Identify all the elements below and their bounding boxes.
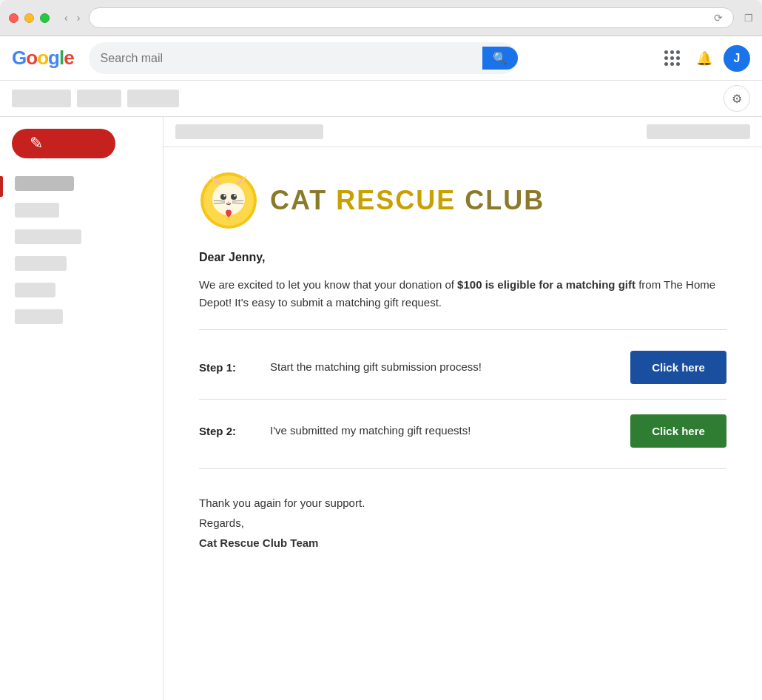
url-bar-container: ⟳: [89, 7, 734, 28]
logo-g2: g: [48, 47, 59, 69]
logo-area: Cat Rescue Club: [199, 171, 726, 230]
svg-point-7: [220, 194, 226, 200]
browser-titlebar: ‹ › ⟳ ❐: [9, 7, 753, 28]
browser-chrome: ‹ › ⟳ ❐: [0, 0, 762, 36]
step-2-text: I've submitted my matching gift requests…: [270, 423, 618, 440]
header-icons: 🔔 J: [658, 45, 750, 72]
sidebar-item-5[interactable]: [0, 277, 163, 303]
logo-e: e: [64, 47, 73, 69]
search-bar: 🔍: [89, 42, 518, 74]
footer-team: Cat Rescue Club Team: [199, 533, 726, 553]
divider-top: [199, 329, 726, 330]
org-name-cat: Cat: [270, 185, 327, 215]
reload-icon[interactable]: ⟳: [714, 12, 723, 24]
email-intro-text1: We are excited to let you know that your…: [199, 278, 454, 291]
avatar[interactable]: J: [724, 45, 750, 72]
apps-button[interactable]: [658, 45, 685, 72]
email-body: Cat Rescue Club Dear Jenny, We are excit…: [163, 147, 762, 576]
sidebar: ✎: [0, 117, 163, 700]
email-intro: We are excited to let you know that your…: [199, 276, 726, 312]
traffic-light-yellow[interactable]: [24, 13, 34, 23]
logo-g: G: [12, 47, 26, 69]
step-1-label: Step 1:: [199, 361, 258, 374]
step-1-row: Step 1: Start the matching gift submissi…: [199, 336, 726, 400]
search-button[interactable]: 🔍: [482, 47, 518, 70]
email-content: Cat Rescue Club Dear Jenny, We are excit…: [163, 117, 762, 700]
email-intro-bold: $100 is eligible for a matching gift: [457, 278, 635, 291]
sidebar-label-2: [15, 203, 59, 218]
svg-point-9: [223, 195, 225, 196]
email-greeting: Dear Jenny,: [199, 251, 726, 264]
cat-rescue-logo: [199, 171, 258, 230]
sidebar-label-3: [15, 229, 81, 244]
active-indicator: [0, 176, 3, 197]
step-2-button[interactable]: Click here: [630, 414, 726, 448]
gmail-toolbar: ⚙: [0, 81, 762, 117]
divider-bottom: [199, 468, 726, 469]
sidebar-label-4: [15, 256, 67, 271]
svg-point-10: [234, 195, 235, 196]
gmail-header: Google 🔍 🔔 J: [0, 36, 762, 81]
email-subject-placeholder: [175, 124, 323, 139]
toolbar-placeholder-2: [77, 90, 121, 107]
sidebar-label-5: [15, 283, 55, 297]
gmail-body: ✎: [0, 117, 762, 700]
logo-o2: o: [37, 47, 48, 69]
sidebar-item-4[interactable]: [0, 250, 163, 277]
toolbar-placeholder-1: [12, 90, 71, 107]
sidebar-item-3[interactable]: [0, 223, 163, 250]
back-button[interactable]: ‹: [61, 10, 71, 25]
step-1-text: Start the matching gift submission proce…: [270, 359, 618, 376]
settings-button[interactable]: ⚙: [724, 85, 750, 112]
sidebar-item-6[interactable]: [0, 303, 163, 330]
org-name-club: Club: [456, 185, 544, 215]
expand-icon[interactable]: ❐: [744, 13, 753, 24]
svg-point-8: [231, 194, 237, 200]
step-2-row: Step 2: I've submitted my matching gift …: [199, 400, 726, 462]
svg-point-2: [212, 183, 245, 215]
google-logo: Google: [12, 47, 74, 70]
traffic-light-red[interactable]: [9, 13, 18, 23]
forward-button[interactable]: ›: [74, 10, 84, 25]
search-input[interactable]: [101, 52, 482, 65]
step-1-button[interactable]: Click here: [630, 351, 726, 384]
notifications-button[interactable]: 🔔: [691, 45, 718, 72]
footer-line2: Regards,: [199, 513, 726, 533]
compose-button[interactable]: ✎: [12, 129, 115, 158]
step-2-label: Step 2:: [199, 425, 258, 437]
email-footer: Thank you again for your support. Regard…: [199, 475, 726, 553]
org-name-rescue: Rescue: [327, 185, 456, 215]
sidebar-item-1[interactable]: [0, 170, 163, 197]
org-name: Cat Rescue Club: [270, 185, 544, 216]
email-date-placeholder: [647, 124, 750, 139]
footer-line1: Thank you again for your support.: [199, 493, 726, 513]
logo-o1: o: [26, 47, 37, 69]
email-top-bar: [163, 117, 762, 147]
sidebar-label-6: [15, 309, 63, 324]
sidebar-label-1: [15, 176, 74, 191]
nav-buttons: ‹ ›: [61, 10, 83, 25]
sidebar-item-2[interactable]: [0, 197, 163, 223]
toolbar-placeholder-3: [127, 90, 179, 107]
traffic-light-green[interactable]: [40, 13, 50, 23]
grid-icon: [664, 50, 680, 66]
url-input[interactable]: [100, 13, 709, 24]
